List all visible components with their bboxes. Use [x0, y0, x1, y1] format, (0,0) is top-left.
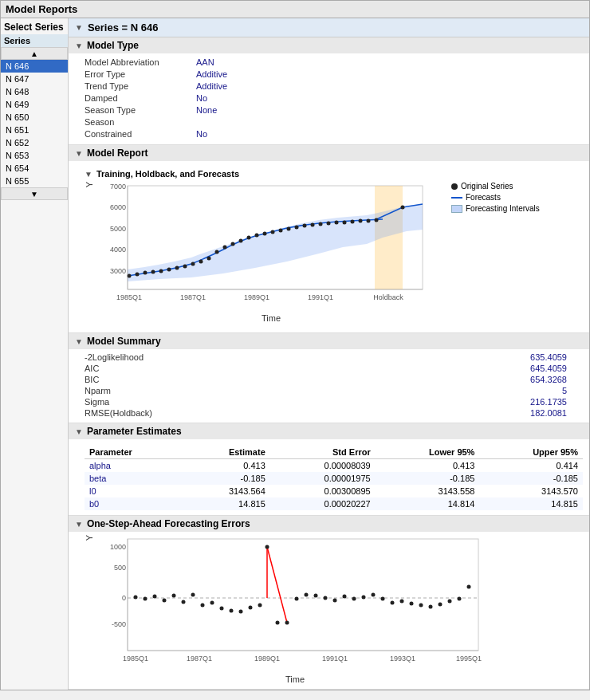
svg-point-64 [258, 604, 262, 608]
series-item-n654[interactable]: N 654 [1, 162, 68, 175]
model-summary-title: Model Summary [87, 336, 161, 347]
errors-chart-svg-wrap: 1000 500 0 -500 1985Q1 1987Q1 1989Q1 199… [96, 535, 494, 684]
sg-label--2loglikelihood: -2Loglikelihood [85, 352, 204, 362]
model-report-header[interactable]: ▼ Model Report [69, 145, 589, 161]
summary-grid: -2Loglikelihood635.4059AIC645.4059BIC654… [85, 352, 583, 418]
select-series-label: Select Series [1, 18, 68, 34]
parameter-estimates-body: ParameterEstimateStd ErrorLower 95%Upper… [69, 439, 589, 515]
svg-point-78 [391, 601, 395, 605]
training-chart-container: ▼ Training, Holdback, and Forecasts Y [85, 169, 583, 323]
param-col-lower 95%: Lower 95% [376, 446, 480, 459]
param-table: ParameterEstimateStd ErrorLower 95%Upper… [85, 446, 583, 510]
svg-point-75 [362, 596, 366, 600]
svg-point-73 [343, 595, 347, 599]
param-cell: 0.00300895 [270, 485, 376, 497]
training-chart-title: ▼ Training, Holdback, and Forecasts [85, 169, 583, 179]
series-title-bar: ▼ Series = N 646 [69, 18, 589, 37]
forecasting-errors-header[interactable]: ▼ One-Step-Ahead Forecasting Errors [69, 516, 589, 532]
svg-point-60 [220, 607, 224, 611]
parameter-estimates-title: Parameter Estimates [87, 426, 182, 437]
svg-point-10 [191, 262, 195, 266]
series-item-n649[interactable]: N 649 [1, 98, 68, 111]
series-item-n648[interactable]: N 648 [1, 85, 68, 98]
svg-point-63 [249, 606, 253, 610]
mt-value-model-abbreviation: AAN [196, 57, 583, 68]
svg-text:1991Q1: 1991Q1 [322, 655, 348, 663]
svg-point-19 [263, 232, 267, 236]
legend-original-label: Original Series [461, 182, 513, 191]
series-title: Series = N 646 [88, 22, 159, 33]
mt-label-model-abbreviation: Model Abbreviation [85, 57, 196, 68]
series-item-n647[interactable]: N 647 [1, 73, 68, 85]
model-summary-header[interactable]: ▼ Model Summary [69, 333, 589, 349]
app-container: Model Reports Select Series Series ▲ N 6… [0, 0, 590, 690]
series-item-n651[interactable]: N 651 [1, 124, 68, 136]
scroll-up-btn[interactable]: ▲ [1, 47, 68, 60]
scroll-down-btn[interactable]: ▼ [1, 187, 68, 200]
legend-dot-icon [451, 183, 458, 190]
series-item-n655[interactable]: N 655 [1, 175, 68, 187]
sg-label-aic: AIC [85, 364, 204, 373]
mt-value-error-type: Additive [196, 69, 583, 80]
svg-point-52 [144, 597, 148, 601]
svg-point-80 [410, 602, 414, 606]
series-item-n650[interactable]: N 650 [1, 111, 68, 124]
param-cell: 3143.558 [376, 485, 480, 497]
legend-forecasts: Forecasts [451, 193, 540, 202]
param-cell: 0.00008039 [270, 459, 376, 473]
series-item-n653[interactable]: N 653 [1, 149, 68, 162]
svg-point-6 [159, 269, 163, 273]
svg-text:5000: 5000 [110, 225, 126, 233]
svg-point-32 [367, 219, 371, 223]
svg-point-62 [239, 610, 243, 614]
series-item-n652[interactable]: N 652 [1, 136, 68, 149]
svg-point-25 [311, 223, 315, 227]
svg-point-20 [271, 230, 275, 234]
chart-legend: Original Series Forecasts Forecasting In… [451, 182, 540, 213]
svg-point-31 [359, 219, 363, 223]
training-chart-area: Y [85, 182, 583, 323]
param-cell: 3143.570 [479, 485, 583, 497]
svg-point-85 [458, 597, 462, 601]
legend-intervals-label: Forecasting Intervals [466, 204, 540, 213]
series-header: Series [1, 34, 68, 47]
svg-point-68 [295, 597, 299, 601]
model-type-collapse-icon: ▼ [75, 41, 83, 50]
series-item-n646[interactable]: N 646 [1, 60, 68, 73]
param-cell: -0.185 [183, 472, 270, 485]
svg-point-22 [287, 227, 291, 231]
svg-point-30 [351, 220, 355, 224]
svg-point-79 [400, 600, 404, 604]
svg-point-14 [223, 246, 227, 250]
svg-point-29 [343, 221, 347, 225]
svg-rect-47 [128, 539, 478, 651]
collapse-icon[interactable]: ▼ [75, 23, 83, 32]
model-type-title: Model Type [87, 40, 139, 51]
svg-point-81 [419, 604, 423, 608]
model-type-section: ▼ Model Type Model AbbreviationAANError … [69, 37, 589, 145]
sg-label-nparm: Nparm [85, 386, 204, 395]
svg-point-66 [276, 621, 280, 625]
sg-label-sigma: Sigma [85, 397, 204, 407]
mt-label-damped: Damped [85, 92, 196, 104]
svg-point-76 [372, 593, 376, 597]
parameter-estimates-header[interactable]: ▼ Parameter Estimates [69, 423, 589, 439]
svg-point-59 [210, 601, 214, 605]
param-col-parameter: Parameter [85, 446, 183, 459]
svg-point-8 [175, 266, 179, 270]
svg-text:1985Q1: 1985Q1 [116, 293, 142, 301]
sg-value-sigma: 216.1735 [204, 397, 583, 407]
svg-point-21 [279, 229, 283, 233]
svg-point-53 [153, 595, 157, 599]
forecasting-errors-section: ▼ One-Step-Ahead Forecasting Errors Y [69, 516, 589, 690]
svg-point-7 [167, 268, 171, 272]
parameter-estimates-section: ▼ Parameter Estimates ParameterEstimateS… [69, 423, 589, 516]
mt-value-damped: No [196, 92, 583, 104]
svg-point-72 [333, 599, 337, 603]
model-type-header[interactable]: ▼ Model Type [69, 37, 589, 53]
svg-point-3 [136, 273, 140, 277]
svg-point-18 [255, 234, 259, 238]
svg-point-9 [183, 265, 187, 269]
param-cell: 14.815 [479, 497, 583, 510]
svg-text:1993Q1: 1993Q1 [390, 655, 415, 663]
